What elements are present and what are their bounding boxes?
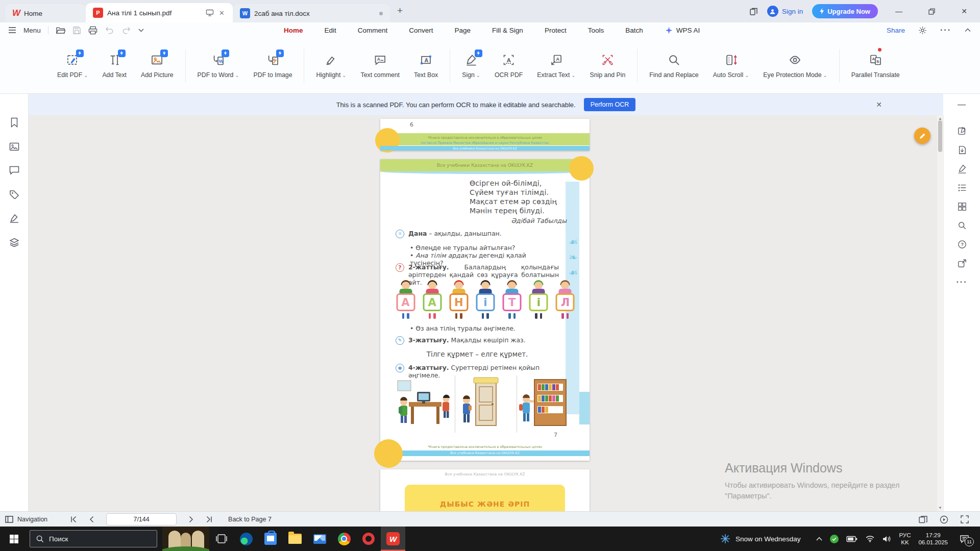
pdf-to-image-button[interactable]: PDF to Image [247,53,300,79]
bookmark-icon[interactable] [10,117,19,128]
upgrade-now-button[interactable]: Upgrade Now [812,4,878,18]
store-taskbar-icon[interactable] [258,527,283,551]
spotlight-image-button[interactable] [162,527,209,551]
extract-text-button[interactable]: A Extract Text [530,53,582,79]
clock[interactable]: 17:29 06.01.2025 [918,532,948,546]
present-monitor-icon[interactable] [206,9,214,16]
volume-icon[interactable] [883,535,891,543]
menu-tools[interactable]: Tools [588,27,604,34]
last-page-icon[interactable] [206,516,213,523]
collapse-sidebar-icon[interactable]: — [943,94,980,115]
wps-taskbar-icon[interactable]: W [381,527,405,551]
sign-button[interactable]: Sign [455,53,487,79]
save-icon[interactable] [72,26,81,35]
ocr-pdf-button[interactable]: A OCR PDF [487,53,530,79]
more-tools-icon[interactable]: ··· [957,278,968,287]
autoplay-icon[interactable] [940,515,948,524]
tab-list-icon[interactable] [749,7,758,16]
opera-taskbar-icon[interactable] [356,527,381,551]
task-view-button[interactable] [209,527,234,551]
open-file-icon[interactable] [56,26,65,35]
export-pdf-icon[interactable] [958,145,967,155]
menu-convert[interactable]: Convert [409,27,433,34]
parallel-translate-button[interactable]: AБ Parallel Translate [844,53,907,79]
chevron-down-icon[interactable] [138,29,144,32]
edit-pdf-button[interactable]: Edit PDF [50,53,95,79]
navigation-toggle[interactable]: Navigation [5,516,47,523]
print-icon[interactable] [88,26,97,35]
wifi-icon[interactable] [865,535,875,542]
mail-taskbar-icon[interactable] [307,527,332,551]
thumbnails-icon[interactable] [9,142,19,151]
scroll-down-icon[interactable]: ▼ [937,506,943,510]
restore-button[interactable] [920,0,943,22]
tab-pdf-document[interactable]: P Ана тілі 1 сынып.pdf ✕ [86,3,233,22]
close-window-button[interactable]: ✕ [952,0,976,22]
layers-icon[interactable] [9,238,19,247]
share-button[interactable]: Share [887,27,905,34]
sign-in-button[interactable]: Sign in [767,6,803,17]
vertical-scrollbar[interactable]: ▲ ▼ [937,115,943,511]
new-tab-button[interactable]: + [397,5,403,16]
next-page-icon[interactable] [189,516,193,523]
share-panel-icon[interactable] [958,259,967,268]
gear-icon[interactable] [918,26,927,35]
first-page-icon[interactable] [70,516,77,523]
tray-expand-icon[interactable] [816,537,822,541]
language-indicator[interactable]: РУС KK [899,532,911,546]
undo-icon[interactable] [105,26,114,34]
document-viewport[interactable]: 6 *Книга предоставлена исключительно в о… [29,115,937,511]
perform-ocr-button[interactable]: Perform OCR [584,98,636,111]
highlight-button[interactable]: Highlight [309,53,353,79]
action-center-button[interactable]: 11 [955,530,973,547]
taskbar-search-box[interactable]: Поиск [30,530,157,547]
scrollbar-thumb[interactable] [938,120,942,152]
find-and-replace-button[interactable]: Find and Replace [642,53,705,79]
chrome-taskbar-icon[interactable] [332,527,356,551]
search-panel-icon[interactable] [958,221,967,230]
eye-protection-mode-button[interactable]: Eye Protection Mode [756,53,834,79]
grid-view-icon[interactable] [958,202,967,211]
antivirus-tray-icon[interactable] [830,535,839,543]
page-view-icon[interactable] [919,516,927,523]
back-to-page-button[interactable]: Back to Page 7 [228,516,272,523]
menu-fill-sign[interactable]: Fill & Sign [492,27,523,34]
auto-scroll-button[interactable]: Auto Scroll [706,53,756,79]
menu-edit[interactable]: Edit [325,27,336,34]
edge-taskbar-icon[interactable] [234,527,258,551]
menu-comment[interactable]: Comment [358,27,388,34]
menu-home[interactable]: Home [284,27,303,34]
menu-protect[interactable]: Protect [545,27,567,34]
signature-panel-icon[interactable] [9,214,19,223]
tags-icon[interactable] [9,190,19,199]
help-icon[interactable]: ? [958,240,967,249]
comments-panel-icon[interactable] [9,166,19,175]
tab-home[interactable]: W Home [5,4,86,22]
collapse-ribbon-icon[interactable] [965,28,971,32]
snip-and-pin-button[interactable]: Snip and Pin [583,53,633,79]
previous-page-icon[interactable] [89,516,94,523]
close-tab-icon[interactable]: ✕ [218,9,226,17]
weather-widget[interactable]: Snow on Wednesday [720,534,800,544]
menu-button[interactable]: Menu [23,27,41,34]
add-picture-button[interactable]: Add Picture [134,53,181,79]
redo-icon[interactable] [121,26,131,34]
page-number-input[interactable]: 7/144 [106,513,177,525]
signature-icon[interactable] [958,164,967,173]
start-button[interactable] [0,527,28,551]
fullscreen-icon[interactable] [961,515,969,523]
add-text-button[interactable]: Add Text [95,53,134,79]
outline-panel-icon[interactable] [958,183,967,192]
text-comment-button[interactable]: A Text comment [354,53,407,79]
explorer-taskbar-icon[interactable] [283,527,307,551]
tab-docx-document[interactable]: W 2саб ана тіл.docx [233,4,390,22]
menu-page[interactable]: Page [455,27,471,34]
hamburger-menu-icon[interactable] [8,27,16,34]
edit-note-icon[interactable] [958,127,967,136]
close-notification-icon[interactable]: ✕ [876,101,882,109]
menu-wps-ai[interactable]: WPS AI [665,26,700,35]
battery-icon[interactable] [846,536,857,542]
minimize-button[interactable]: — [887,0,911,22]
text-box-button[interactable]: A Text Box [407,53,445,79]
menu-batch[interactable]: Batch [625,27,643,34]
